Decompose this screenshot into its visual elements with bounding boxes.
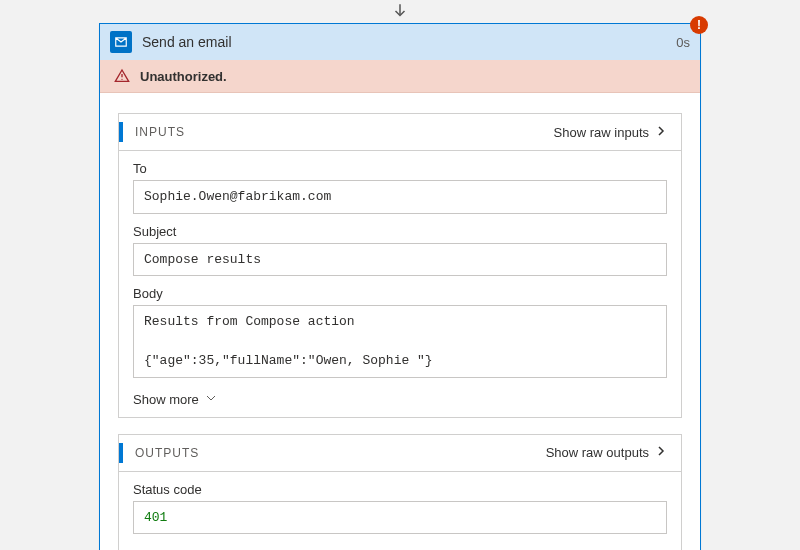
show-raw-outputs-link[interactable]: Show raw outputs xyxy=(546,445,649,460)
inputs-title: INPUTS xyxy=(135,125,554,139)
body-value[interactable]: Results from Compose action {"age":35,"f… xyxy=(133,305,667,378)
accent-bar xyxy=(119,122,123,142)
show-raw-inputs-link[interactable]: Show raw inputs xyxy=(554,125,649,140)
inputs-header: INPUTS Show raw inputs xyxy=(119,114,681,151)
outputs-section: OUTPUTS Show raw outputs Status code 401 xyxy=(118,434,682,551)
status-code-value[interactable]: 401 xyxy=(133,501,667,535)
to-label: To xyxy=(133,161,667,176)
outputs-header: OUTPUTS Show raw outputs xyxy=(119,435,681,472)
card-title: Send an email xyxy=(142,34,676,50)
to-value[interactable]: Sophie.Owen@fabrikam.com xyxy=(133,180,667,214)
show-more-label: Show more xyxy=(133,392,199,407)
error-message: Unauthorized. xyxy=(140,69,227,84)
inputs-section: INPUTS Show raw inputs To Sophie.Owen@fa… xyxy=(118,113,682,418)
flow-connector-arrow xyxy=(391,2,409,23)
warning-icon xyxy=(114,68,130,84)
body-label: Body xyxy=(133,286,667,301)
show-more-button[interactable]: Show more xyxy=(133,388,217,407)
duration-label: 0s xyxy=(676,35,690,50)
outputs-title: OUTPUTS xyxy=(135,446,546,460)
error-badge-icon: ! xyxy=(690,16,708,34)
chevron-right-icon[interactable] xyxy=(655,125,667,140)
chevron-right-icon[interactable] xyxy=(655,445,667,460)
svg-point-1 xyxy=(121,79,122,80)
error-banner: Unauthorized. xyxy=(100,60,700,93)
subject-label: Subject xyxy=(133,224,667,239)
subject-value[interactable]: Compose results xyxy=(133,243,667,277)
status-code-label: Status code xyxy=(133,482,667,497)
action-card: ! Send an email 0s Unauthorized. INPUTS … xyxy=(99,23,701,550)
accent-bar xyxy=(119,443,123,463)
chevron-down-icon xyxy=(205,392,217,407)
card-header[interactable]: Send an email 0s xyxy=(100,24,700,60)
outlook-icon xyxy=(110,31,132,53)
